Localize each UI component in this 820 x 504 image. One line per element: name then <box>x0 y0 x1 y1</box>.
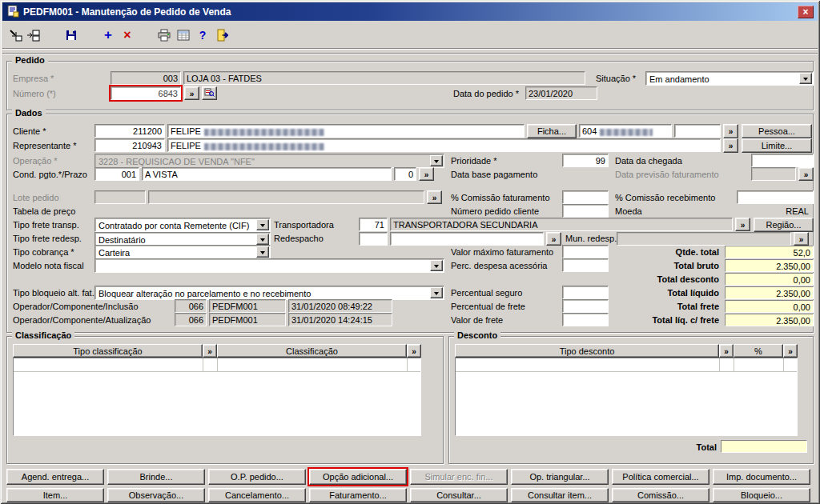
agend-entrega-button[interactable]: Agend. entrega... <box>6 469 104 485</box>
separator <box>2 48 818 50</box>
help-icon[interactable]: ? <box>194 26 211 44</box>
data-chegada-label: Data da chegada <box>615 156 682 166</box>
operacao-select: 3228 - REQUISICAO DE VENDA "NFE" <box>94 154 444 168</box>
qtde-total-label: Qtde. total <box>593 247 719 257</box>
redespacho-desc-field[interactable] <box>390 232 544 246</box>
situacao-select[interactable]: Em andamento <box>645 71 814 86</box>
empresa-code-field: 003 <box>111 71 181 85</box>
numero-field[interactable]: 6843 <box>111 86 181 100</box>
total-bruto-label: Total bruto <box>593 261 719 270</box>
redespacho-code-field[interactable] <box>359 232 388 246</box>
numero-lookup-button[interactable] <box>202 86 217 100</box>
numero-more-button[interactable]: » <box>184 86 199 100</box>
ficha-button[interactable]: Ficha... <box>527 124 577 138</box>
data-previsao-label: Data previsão faturamento <box>615 170 719 179</box>
empresa-label: Empresa * <box>13 74 54 83</box>
duplicate-record-icon[interactable] <box>24 26 42 44</box>
brinde-button[interactable]: Brinde... <box>107 469 205 485</box>
chevron-down-icon[interactable] <box>430 287 443 298</box>
observacao-button[interactable]: Observação... <box>107 488 205 502</box>
desconto-perc-more-button[interactable]: » <box>783 344 798 358</box>
total-bruto-value: 2.350,00 <box>725 259 814 272</box>
comissao-fat-field[interactable] <box>562 190 609 204</box>
transportadora-more-button[interactable]: » <box>735 218 750 231</box>
representante-name-field[interactable]: FELIPE <box>167 138 721 152</box>
delete-record-icon[interactable]: × <box>119 26 136 44</box>
redespacho-more-button[interactable]: » <box>546 232 561 246</box>
num-pedido-cliente-field[interactable] <box>562 204 609 218</box>
title-bar[interactable]: PEDFM001 - Manutenção de Pedido de Venda… <box>2 2 818 21</box>
op-triangular-button[interactable]: Op. triangular... <box>511 469 609 485</box>
grid-divider <box>456 371 797 372</box>
classificacao-tipo-more-button[interactable]: » <box>203 344 217 358</box>
transportadora-code-field[interactable]: 71 <box>359 218 388 231</box>
comissao-button[interactable]: Comissão... <box>612 488 709 502</box>
modelo-nf-select[interactable] <box>94 258 444 273</box>
pessoa-button[interactable]: Pessoa... <box>742 124 812 138</box>
chevron-down-icon[interactable] <box>799 73 812 84</box>
desconto-grid[interactable] <box>455 358 798 436</box>
cond-pgto-more-button[interactable]: » <box>419 167 434 181</box>
data-previsao-more-button[interactable]: » <box>798 167 814 181</box>
desconto-tipo-more-button[interactable]: » <box>719 344 734 358</box>
operacao-label: Operação * <box>13 156 58 166</box>
cliente-more-button[interactable]: » <box>723 124 738 138</box>
regiao-button[interactable]: Região... <box>754 218 814 232</box>
data-base-label: Data base pagamento <box>451 170 537 179</box>
op-pedido-button[interactable]: O.P. pedido... <box>208 469 306 485</box>
comissao-rec-field[interactable] <box>737 190 814 204</box>
num-pedido-cliente-label: Número pedido cliente <box>451 206 539 216</box>
limite-button[interactable]: Limite... <box>742 138 812 153</box>
politica-comercial-button[interactable]: Política comercial... <box>612 469 709 485</box>
tipo-frete-transp-select[interactable]: Contratado por conta Remetente (CIF) <box>94 218 271 232</box>
prioridade-label: Prioridade * <box>451 156 496 166</box>
classificacao-more-button[interactable]: » <box>407 344 421 358</box>
consultar-item-button[interactable]: Consultar item... <box>511 488 609 502</box>
exit-icon[interactable] <box>213 26 231 44</box>
grid-divider <box>203 358 203 371</box>
classificacao-col2-header: Classificação <box>217 344 407 358</box>
goto-record-icon[interactable] <box>6 26 24 44</box>
prioridade-field[interactable]: 99 <box>562 154 609 167</box>
representante-more-button[interactable]: » <box>723 138 738 153</box>
opcao-adicional-button[interactable]: Opção adicional... <box>309 469 407 485</box>
mun-redesp-label: Mun. redesp. <box>565 234 617 243</box>
grid-divider <box>719 358 720 371</box>
cliente-extra-field[interactable] <box>674 124 721 138</box>
lote-more-button[interactable]: » <box>427 190 442 204</box>
tipo-frete-redesp-label: Tipo frete redesp. <box>13 234 82 243</box>
cliente-label: Cliente * <box>13 126 46 136</box>
mun-redesp-more-button[interactable]: » <box>794 232 809 246</box>
item-button[interactable]: Item... <box>6 488 104 502</box>
bloqueio-button[interactable]: Bloqueio... <box>713 488 810 502</box>
representante-code-field[interactable]: 210943 <box>94 138 165 152</box>
tipo-bloqueio-select[interactable]: Bloquear alteração no parcelamento e no … <box>94 286 444 300</box>
tipo-cobranca-select[interactable]: Carteira <box>94 245 271 259</box>
prazo-field[interactable]: 0 <box>394 167 416 181</box>
chevron-down-icon[interactable] <box>256 234 269 245</box>
add-record-icon[interactable]: + <box>99 26 117 44</box>
lote-code-field <box>94 190 146 204</box>
consultar-button[interactable]: Consultar... <box>410 488 508 502</box>
perc-despesa-label: Perc. despesa acessória <box>451 261 547 270</box>
imp-documento-button[interactable]: Imp. documento... <box>713 469 810 485</box>
grid-view-icon[interactable] <box>175 26 192 44</box>
cliente-name-field[interactable]: FELIPE <box>167 124 525 138</box>
cancelamento-button[interactable]: Cancelamento... <box>208 488 306 502</box>
desconto-group-label: Desconto <box>454 330 500 340</box>
faturamento-button[interactable]: Faturamento... <box>309 488 407 502</box>
data-chegada-field[interactable] <box>751 154 814 167</box>
print-icon[interactable] <box>155 26 173 44</box>
chevron-down-icon[interactable] <box>430 260 443 271</box>
chevron-down-icon[interactable] <box>256 219 269 230</box>
cliente-doc-field[interactable]: 604 <box>579 124 672 138</box>
cond-pgto-code-field[interactable]: 001 <box>94 167 139 181</box>
desconto-total-value <box>721 440 807 453</box>
close-button[interactable]: × <box>798 6 814 18</box>
cliente-code-field[interactable]: 211200 <box>94 124 165 138</box>
transportadora-name-field: TRANSPORTADORA SECUNDARIA <box>390 218 733 231</box>
save-icon[interactable] <box>62 26 80 44</box>
chevron-down-icon[interactable] <box>256 246 269 258</box>
cond-pgto-desc-field[interactable]: A VISTA <box>142 167 392 181</box>
grid-divider <box>407 358 408 371</box>
